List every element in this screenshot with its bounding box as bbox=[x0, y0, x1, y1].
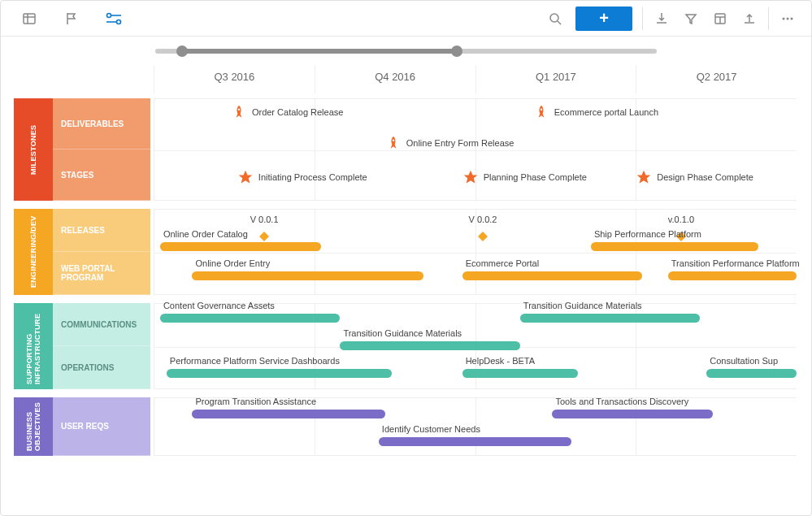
filter-icon[interactable] bbox=[677, 6, 705, 32]
legend-vtab: ENGINEERING/DEV bbox=[14, 209, 53, 295]
timeline-bar[interactable]: Transition Performance Platform bbox=[668, 271, 797, 280]
timeline-bar[interactable]: Program Transition Assistance bbox=[192, 410, 384, 418]
lane-milestones: Order Catalog ReleaseEcommerce portal La… bbox=[154, 98, 797, 201]
legend-row[interactable]: STAGES bbox=[53, 150, 150, 201]
bar-label: Ecommerce Portal bbox=[466, 258, 539, 268]
svg-point-15 bbox=[238, 108, 241, 111]
table-view-icon[interactable] bbox=[15, 6, 43, 32]
legend-group-supporting: SUPPORTING INFRASTRUCTURECOMMUNICATIONSO… bbox=[14, 303, 150, 389]
more-icon[interactable] bbox=[774, 6, 801, 32]
upload-icon[interactable] bbox=[736, 6, 763, 32]
quarter-col: Q3 2016 bbox=[154, 66, 315, 93]
lanes-area: Order Catalog ReleaseEcommerce portal La… bbox=[154, 98, 797, 505]
timeline-bar[interactable]: Consultation Sup bbox=[706, 369, 797, 378]
timeline-bar[interactable]: Performance Platform Service Dashboards bbox=[167, 369, 392, 378]
diamond-marker[interactable]: V 0.0.1 bbox=[250, 215, 279, 241]
search-icon[interactable] bbox=[541, 6, 569, 32]
timeline-header: Q3 2016 Q4 2016 Q1 2017 Q2 2017 bbox=[154, 66, 797, 93]
svg-line-8 bbox=[558, 21, 561, 24]
legend-row[interactable]: USER REQS bbox=[53, 397, 150, 456]
roadmap-content: Q3 2016 Q4 2016 Q1 2017 Q2 2017 MILESTON… bbox=[1, 37, 811, 515]
timeline-bar[interactable]: Transition Guidance Materials bbox=[340, 341, 519, 350]
marker-label: v.0.1.0 bbox=[668, 215, 694, 224]
legend-vtab: BUSINESS OBJECTIVES bbox=[14, 397, 53, 456]
bar-label: Tools and Transactions Discovery bbox=[555, 397, 688, 406]
timeline-view-icon[interactable] bbox=[100, 6, 128, 32]
svg-point-13 bbox=[787, 17, 789, 20]
view-switcher bbox=[11, 6, 128, 32]
svg-point-16 bbox=[540, 108, 542, 111]
roadmap-app: + bbox=[0, 0, 812, 516]
lane-engineering: V 0.0.1V 0.0.2v.0.1.0Online Order Catalo… bbox=[154, 209, 797, 295]
top-toolbar: + bbox=[1, 1, 811, 37]
star-marker[interactable]: Planning Phase Complete bbox=[462, 169, 587, 185]
rocket-marker[interactable]: Ecommerce portal Launch bbox=[533, 104, 658, 120]
svg-point-14 bbox=[791, 17, 793, 20]
add-button[interactable]: + bbox=[575, 7, 632, 31]
bar-label: Online Order Entry bbox=[195, 258, 270, 268]
rocket-marker[interactable]: Order Catalog Release bbox=[231, 104, 344, 120]
timeline-bar[interactable]: Tools and Transactions Discovery bbox=[552, 410, 713, 418]
svg-point-4 bbox=[117, 20, 121, 24]
svg-rect-0 bbox=[24, 14, 35, 24]
bar-label: Transition Guidance Materials bbox=[343, 328, 462, 338]
quarter-col: Q4 2016 bbox=[315, 66, 475, 93]
bar-label: Ship Performance Platform bbox=[594, 229, 701, 239]
bar-label: Program Transition Assistance bbox=[195, 397, 316, 406]
diamond-marker[interactable]: V 0.0.2 bbox=[469, 215, 497, 241]
timeline-bar[interactable]: Identify Customer Needs bbox=[379, 437, 571, 446]
legend-vtab: MILESTONES bbox=[14, 98, 53, 201]
svg-point-7 bbox=[550, 14, 558, 22]
legend-column: MILESTONESDELIVERABLESSTAGESENGINEERING/… bbox=[14, 98, 150, 464]
timeline-bar[interactable]: Online Order Entry bbox=[192, 271, 423, 280]
divider bbox=[768, 7, 769, 30]
legend-row[interactable]: OPERATIONS bbox=[53, 346, 150, 389]
bar-label: HelpDesk - BETA bbox=[466, 356, 535, 366]
quarter-col: Q2 2017 bbox=[636, 66, 797, 93]
bar-label: Consultation Sup bbox=[710, 356, 778, 366]
timeline-bar[interactable]: Ecommerce Portal bbox=[462, 271, 642, 280]
lane-business: Program Transition AssistanceTools and T… bbox=[154, 397, 797, 456]
marker-label: Planning Phase Complete bbox=[484, 172, 587, 182]
bar-label: Online Order Catalog bbox=[163, 229, 248, 239]
marker-label: Order Catalog Release bbox=[252, 107, 344, 117]
timeline-bar[interactable]: Online Order Catalog bbox=[160, 242, 321, 251]
star-marker[interactable]: Initiating Process Complete bbox=[237, 169, 367, 185]
bar-label: Transition Guidance Materials bbox=[523, 301, 642, 310]
marker-label: Ecommerce portal Launch bbox=[554, 107, 658, 117]
marker-label: V 0.0.2 bbox=[469, 215, 497, 224]
star-marker[interactable]: Design Phase Complete bbox=[636, 169, 753, 185]
lane-supporting: Content Governance AssetsTransition Guid… bbox=[154, 303, 797, 389]
bar-label: Performance Platform Service Dashboards bbox=[170, 356, 340, 366]
svg-point-12 bbox=[783, 17, 785, 20]
slider-handle-end[interactable] bbox=[451, 46, 462, 57]
timeline-bar[interactable]: Transition Guidance Materials bbox=[520, 314, 700, 323]
columns-icon[interactable] bbox=[706, 6, 734, 32]
slider-track[interactable] bbox=[155, 49, 657, 54]
rocket-marker[interactable]: Online Entry Form Release bbox=[385, 135, 515, 151]
legend-group-milestones: MILESTONESDELIVERABLESSTAGES bbox=[14, 98, 150, 201]
timeline-bar[interactable]: Content Governance Assets bbox=[160, 314, 340, 323]
svg-point-17 bbox=[393, 139, 395, 141]
timeline-bar[interactable]: HelpDesk - BETA bbox=[462, 369, 578, 378]
time-range-slider[interactable] bbox=[1, 37, 811, 66]
bar-label: Transition Performance Platform bbox=[671, 258, 800, 268]
legend-group-engineering: ENGINEERING/DEVRELEASESWEB PORTAL PROGRA… bbox=[14, 209, 150, 295]
marker-label: V 0.0.1 bbox=[250, 215, 279, 224]
timeline-bar[interactable]: Ship Performance Platform bbox=[591, 242, 758, 251]
marker-label: Design Phase Complete bbox=[657, 172, 753, 182]
divider bbox=[642, 7, 643, 30]
legend-row[interactable]: RELEASES bbox=[53, 209, 150, 252]
bar-label: Content Governance Assets bbox=[163, 301, 275, 310]
legend-row[interactable]: WEB PORTAL PROGRAM bbox=[53, 252, 150, 295]
flag-view-icon[interactable] bbox=[58, 6, 85, 32]
svg-point-3 bbox=[107, 13, 111, 17]
marker-label: Online Entry Form Release bbox=[406, 138, 515, 148]
legend-vtab: SUPPORTING INFRASTRUCTURE bbox=[14, 303, 53, 389]
slider-handle-start[interactable] bbox=[176, 46, 188, 57]
legend-group-business: BUSINESS OBJECTIVESUSER REQS bbox=[14, 397, 150, 456]
toolbar-actions: + bbox=[541, 6, 801, 32]
legend-row[interactable]: DELIVERABLES bbox=[53, 98, 150, 150]
legend-row[interactable]: COMMUNICATIONS bbox=[53, 303, 150, 346]
download-icon[interactable] bbox=[648, 6, 675, 32]
